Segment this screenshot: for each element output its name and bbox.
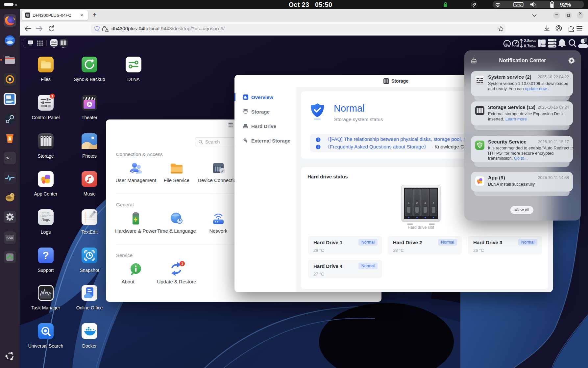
- svg-text:1: 1: [408, 201, 410, 204]
- svg-text:UPD: UPD: [515, 3, 521, 6]
- svg-text:>_: >_: [6, 156, 12, 161]
- svg-text:CPU: CPU: [504, 44, 510, 47]
- svg-text:2.8KB/s: 2.8KB/s: [524, 39, 536, 43]
- svg-text:RAM: RAM: [512, 44, 519, 47]
- svg-text:4: 4: [433, 201, 434, 204]
- svg-text:1: 1: [51, 94, 53, 98]
- svg-text:A: A: [8, 136, 12, 142]
- svg-text:1: 1: [181, 262, 184, 266]
- svg-text:0.7KB/s: 0.7KB/s: [524, 44, 536, 48]
- svg-text:2: 2: [416, 201, 418, 204]
- svg-text:3: 3: [425, 201, 426, 204]
- svg-text:SSD: SSD: [7, 236, 13, 240]
- svg-text:92%: 92%: [560, 2, 571, 8]
- svg-text:/logs: /logs: [41, 217, 50, 222]
- svg-text:?: ?: [42, 250, 49, 261]
